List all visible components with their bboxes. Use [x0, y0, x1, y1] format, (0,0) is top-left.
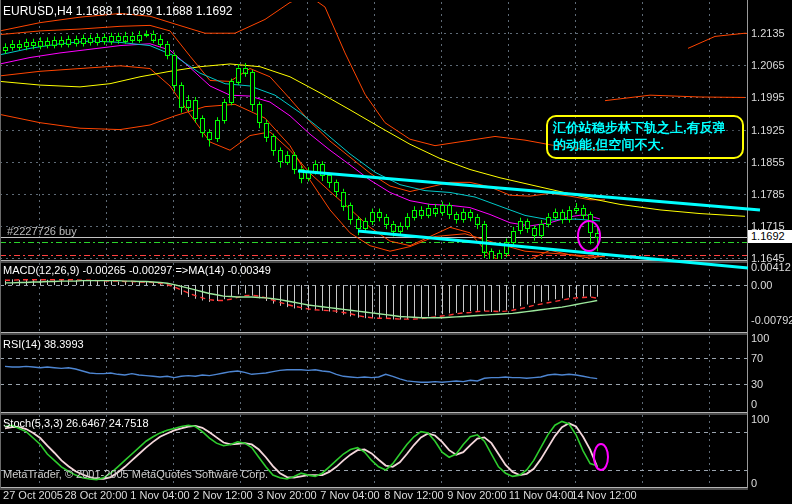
price-axis-tick: 0 [751, 398, 757, 410]
time-axis-tick: 3 Nov 20:00 [257, 489, 316, 501]
price-axis-tick: 100 [751, 413, 769, 425]
price-axis-tick: 1.2135 [751, 27, 785, 39]
price-axis-tick: 100 [751, 332, 769, 344]
time-axis-tick: 14 Nov 12:00 [571, 489, 636, 501]
chart-canvas[interactable] [0, 0, 792, 504]
price-axis-tick: 1.1715 [751, 220, 785, 232]
price-axis-tick: -0.00792 [751, 314, 792, 326]
price-axis-tick: 0 [751, 477, 757, 489]
mt4-chart-window: EURUSD,H4 1.1688 1.1699 1.1688 1.1692 #2… [0, 0, 792, 504]
time-axis-tick: 8 Nov 12:00 [384, 489, 443, 501]
time-axis-tick: 7 Nov 04:00 [320, 489, 379, 501]
price-axis-tick: 1.1855 [751, 156, 785, 168]
time-axis-tick: 11 Nov 04:00 [509, 489, 574, 501]
time-axis-tick: 27 Oct 2005 [3, 489, 63, 501]
price-axis-tick: 70 [751, 352, 763, 364]
time-axis-tick: 2 Nov 12:00 [193, 489, 252, 501]
time-axis-tick: 28 Oct 20:00 [65, 489, 128, 501]
annotation-note[interactable]: 汇价站稳步林下轨之上,有反弹的动能,但空间不大. [546, 115, 744, 159]
price-axis-tick: 1.1925 [751, 124, 785, 136]
price-axis-tick: 1.1995 [751, 91, 785, 103]
time-axis-tick: 9 Nov 20:00 [447, 489, 506, 501]
price-axis-tick: 1.1785 [751, 188, 785, 200]
price-axis-tick: 1.2065 [751, 59, 785, 71]
price-axis-tick: 0.00 [751, 279, 772, 291]
price-axis-tick: 30 [751, 378, 763, 390]
time-axis-tick: 1 Nov 04:00 [130, 489, 189, 501]
price-axis-tick: 0.00412 [751, 261, 791, 273]
